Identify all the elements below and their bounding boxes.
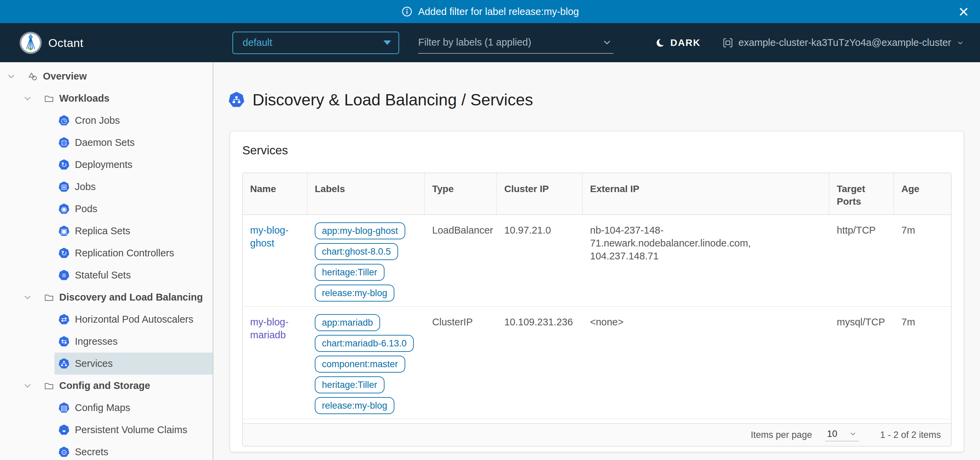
replica-sets-icon: ▣ [58, 225, 70, 237]
services-icon [58, 358, 70, 370]
sidebar-item-workloads[interactable]: Workloads [0, 87, 213, 109]
sidebar-navigation: OverviewWorkloads◷Cron Jobs⊡Daemon Sets↻… [0, 62, 213, 460]
notification-bar: Added filter for label release:my-blog [0, 0, 980, 23]
cell-target-ports: http/TCP [829, 215, 894, 306]
sidebar-item-label: Jobs [75, 181, 95, 192]
sidebar-item-replication-controllers[interactable]: ↻Replication Controllers [0, 242, 213, 264]
folder-icon [43, 380, 55, 392]
octant-logo [19, 31, 42, 54]
cell-age: 7m [894, 215, 951, 306]
objects-icon [27, 71, 38, 82]
pods-icon: ◉ [58, 203, 70, 215]
label-badge[interactable]: release:my-blog [315, 397, 395, 414]
sidebar-item-overview[interactable]: Overview [0, 65, 213, 87]
sidebar-item-label: Config Maps [75, 402, 130, 413]
cluster-name: example-cluster-ka3TuTzYo4a@example-clus… [738, 37, 951, 48]
sidebar-item-persistent-volume-claims[interactable]: ◒Persistent Volume Claims [0, 419, 213, 441]
sidebar-item-label: Horizontal Pod Autoscalers [75, 314, 193, 325]
triangle-down-icon [383, 40, 391, 45]
app-title: Octant [48, 36, 83, 49]
sidebar-item-label: Replication Controllers [75, 247, 174, 259]
label-badge[interactable]: chart:ghost-8.0.5 [315, 243, 398, 260]
sidebar-item-ingresses[interactable]: ⇆Ingresses [0, 330, 213, 352]
sidebar-item-services[interactable]: Services [0, 352, 213, 375]
sidebar-item-label: Workloads [59, 93, 110, 104]
column-header-labels: Labels [307, 173, 425, 214]
notification-message: Added filter for label release:my-blog [418, 6, 579, 17]
service-name-link[interactable]: my-blog-ghost [250, 225, 288, 249]
page-size-select[interactable]: 10 [825, 429, 859, 441]
service-name-link[interactable]: my-blog-mariadb [250, 317, 288, 340]
sidebar-item-pods[interactable]: ◉Pods [0, 198, 213, 220]
sidebar-item-horizontal-pod-autoscalers[interactable]: ⇄Horizontal Pod Autoscalers [0, 308, 213, 330]
table-header-row: NameLabelsTypeCluster IPExternal IPTarge… [243, 173, 951, 215]
label-badge[interactable]: heritage:Tiller [315, 264, 385, 281]
sidebar-item-label: Daemon Sets [75, 137, 135, 148]
cell-external-ip: <none> [582, 307, 829, 419]
table-body: my-blog-ghostapp:my-blog-ghostchart:ghos… [243, 215, 951, 423]
main-content: Discovery & Load Balancing / Services Se… [213, 62, 980, 460]
column-header-external-ip: External IP [582, 173, 829, 214]
sidebar-item-replica-sets[interactable]: ▣Replica Sets [0, 220, 213, 242]
label-badge[interactable]: heritage:Tiller [315, 376, 385, 393]
chevron-down-icon[interactable] [23, 94, 32, 103]
sidebar-item-cron-jobs[interactable]: ◷Cron Jobs [0, 109, 213, 132]
chevron-down-icon[interactable] [23, 381, 32, 390]
namespace-value: default [243, 37, 272, 48]
host-icon [722, 37, 733, 49]
cell-cluster-ip: 10.109.231.236 [497, 307, 582, 419]
sidebar-item-stateful-sets[interactable]: ≡Stateful Sets [0, 264, 213, 286]
config-maps-icon: ▤ [58, 402, 70, 414]
horizontal-pod-autoscalers-icon: ⇄ [58, 314, 70, 325]
cell-external-ip: nb-104-237-148-71.newark.nodebalancer.li… [582, 215, 829, 306]
persistent-volume-claims-icon: ◒ [58, 424, 70, 436]
folder-icon [43, 292, 55, 303]
info-circle-icon [401, 6, 413, 17]
label-badge[interactable]: release:my-blog [315, 285, 395, 301]
sidebar-item-secrets[interactable]: ⊙Secrets [0, 441, 213, 460]
chevron-down-icon [603, 38, 611, 47]
sidebar-item-label: Persistent Volume Claims [75, 424, 187, 436]
items-per-page-label: Items per page [751, 430, 812, 440]
sidebar-item-deployments[interactable]: ↻Deployments [0, 154, 213, 176]
deployments-icon: ↻ [58, 159, 70, 171]
label-filter-text: Filter by labels (1 applied) [418, 37, 531, 48]
sidebar-item-label: Cron Jobs [75, 115, 120, 126]
page-title: Discovery & Load Balancing / Services [228, 90, 980, 109]
cell-type: LoadBalancer [425, 215, 497, 306]
cell-labels: app:mariadbchart:mariadb-6.13.0component… [307, 307, 425, 419]
sidebar-item-label: Services [75, 358, 113, 369]
table-footer: Items per page 10 1 - 2 of 2 items [243, 423, 951, 446]
column-header-cluster-ip: Cluster IP [497, 173, 582, 214]
label-badge[interactable]: chart:mariadb-6.13.0 [315, 335, 414, 352]
namespace-select[interactable]: default [232, 32, 399, 54]
jobs-icon: ⊞ [58, 181, 70, 193]
table-row-my-blog-ghost: my-blog-ghostapp:my-blog-ghostchart:ghos… [243, 215, 951, 307]
sidebar-item-label: Pods [75, 203, 97, 214]
chevron-down-icon[interactable] [7, 72, 16, 81]
sidebar-item-label: Deployments [75, 159, 132, 170]
table-row-my-blog-mariadb: my-blog-mariadbapp:mariadbchart:mariadb-… [243, 307, 951, 419]
label-badge[interactable]: app:my-blog-ghost [315, 222, 405, 240]
sidebar-item-jobs[interactable]: ⊞Jobs [0, 176, 213, 198]
label-filter-select[interactable]: Filter by labels (1 applied) [418, 32, 614, 54]
moon-icon [655, 37, 666, 48]
chevron-down-icon [956, 39, 964, 47]
folder-icon [43, 93, 55, 105]
close-icon[interactable] [956, 3, 972, 20]
sidebar-item-config-maps[interactable]: ▤Config Maps [0, 397, 213, 419]
chevron-down-icon[interactable] [23, 293, 32, 302]
cell-name: my-blog-ghost [243, 215, 307, 306]
daemon-sets-icon: ⊡ [58, 137, 70, 149]
sidebar-item-daemon-sets[interactable]: ⊡Daemon Sets [0, 132, 213, 154]
label-badge[interactable]: app:mariadb [315, 314, 380, 331]
column-header-name: Name [243, 173, 307, 214]
label-badge[interactable]: component:master [315, 355, 405, 373]
sidebar-item-config-and-storage[interactable]: Config and Storage [0, 375, 213, 397]
cluster-select[interactable]: example-cluster-ka3TuTzYo4a@example-clus… [722, 37, 964, 49]
sidebar-item-discovery-and-load-balancing[interactable]: Discovery and Load Balancing [0, 286, 213, 308]
theme-toggle-button[interactable]: DARK [655, 37, 701, 48]
ingresses-icon: ⇆ [58, 336, 70, 347]
column-header-type: Type [425, 173, 497, 214]
sidebar-item-label: Secrets [75, 446, 108, 458]
